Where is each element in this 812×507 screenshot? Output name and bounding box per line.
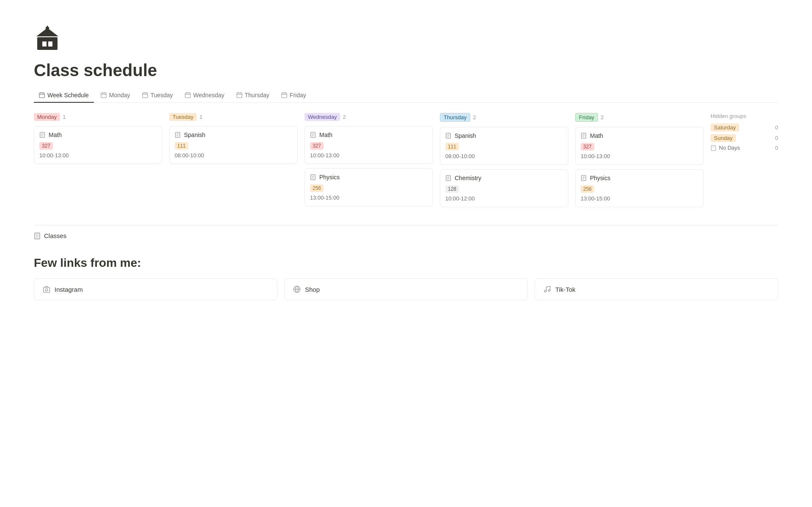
svg-marker-5 [46,25,49,27]
room-badge-thursday-chemistry: 128 [445,185,459,193]
no-days-count: 0 [775,145,778,151]
room-badge-wednesday-physics: 256 [310,184,324,192]
day-count-monday: 1 [63,114,66,120]
class-card-friday-physics[interactable]: Physics 256 13:00-15:00 [575,169,704,207]
day-count-thursday: 2 [473,114,476,121]
class-name-friday-physics: Physics [581,175,698,181]
tab-friday-label: Friday [290,92,306,99]
tab-wednesday-label: Wednesday [193,92,225,99]
room-badge-wednesday-math: 327 [310,142,324,150]
class-time-friday-math: 10:00-13:00 [581,153,698,159]
tab-wednesday[interactable]: Wednesday [180,88,230,103]
links-section: Few links from me: Instagram Shop [34,256,778,300]
tabs-bar: Week Schedule Monday Tuesday Wednesday T… [34,88,778,103]
class-card-wednesday-physics[interactable]: Physics 256 13:00-15:00 [304,168,433,206]
day-column-friday: Friday 2 Math 327 10:00-13:00 Physics 25… [575,113,704,211]
school-icon [34,25,778,61]
no-days-item: No Days 0 [710,145,778,151]
hidden-badge-sunday: Sunday [710,134,736,142]
day-header-thursday: Thursday 2 [440,113,568,122]
room-badge-thursday-spanish: 111 [445,143,459,151]
link-shop[interactable]: Shop [284,278,528,300]
class-time-thursday-spanish: 08:00-10:00 [445,153,563,159]
svg-rect-14 [143,93,148,98]
tab-friday[interactable]: Friday [276,88,311,103]
class-card-tuesday-spanish[interactable]: Spanish 111 08:00-10:00 [169,126,298,164]
hidden-count-saturday: 0 [775,124,778,131]
schedule-grid: Monday 1 Math 327 10:00-13:00 Tuesday 1 … [34,113,778,211]
tab-thursday[interactable]: Thursday [231,88,274,103]
room-badge-friday-math: 327 [581,143,594,151]
day-badge-thursday: Thursday [440,113,470,122]
links-title: Few links from me: [34,256,778,270]
class-name-wednesday-physics: Physics [310,174,428,181]
link-shop-label: Shop [305,286,320,293]
day-header-wednesday: Wednesday 2 [304,113,433,121]
classes-label: Classes [44,232,66,239]
tab-tuesday[interactable]: Tuesday [137,88,178,103]
link-tiktok-label: Tik-Tok [555,286,576,293]
svg-rect-68 [44,288,50,293]
room-badge-monday-math: 327 [39,142,53,150]
day-count-wednesday: 2 [343,114,346,120]
tab-week-schedule[interactable]: Week Schedule [34,88,94,103]
svg-rect-4 [46,27,49,30]
class-name-thursday-spanish: Spanish [445,132,563,139]
svg-rect-6 [39,93,44,98]
hidden-count-sunday: 0 [775,135,778,141]
tab-monday-label: Monday [109,92,130,99]
svg-point-69 [45,289,48,291]
svg-rect-10 [101,93,106,98]
room-badge-tuesday-spanish: 111 [175,142,188,150]
day-column-monday: Monday 1 Math 327 10:00-13:00 [34,113,162,168]
day-column-wednesday: Wednesday 2 Math 327 10:00-13:00 Physics… [304,113,433,211]
link-instagram-label: Instagram [55,286,83,293]
class-card-thursday-chemistry[interactable]: Chemistry 128 10:00-12:00 [440,169,568,207]
tab-monday[interactable]: Monday [96,88,135,103]
class-name-friday-math: Math [581,132,698,139]
hidden-groups-title: Hidden groups [710,113,778,119]
class-card-wednesday-math[interactable]: Math 327 10:00-13:00 [304,126,433,164]
day-badge-monday: Monday [34,113,60,121]
svg-rect-2 [48,41,52,47]
class-name-tuesday-spanish: Spanish [175,132,292,138]
class-card-friday-math[interactable]: Math 327 10:00-13:00 [575,127,704,165]
no-days-label: No Days [719,145,740,151]
class-card-thursday-spanish[interactable]: Spanish 111 08:00-10:00 [440,127,568,165]
svg-rect-0 [37,37,58,50]
day-count-tuesday: 1 [199,114,202,120]
class-time-thursday-chemistry: 10:00-12:00 [445,195,563,202]
link-instagram[interactable]: Instagram [34,278,277,300]
classes-section: Classes [34,225,778,239]
links-grid: Instagram Shop Tik-Tok [34,278,778,300]
classes-toggle[interactable]: Classes [34,232,778,239]
page-title: Class schedule [34,61,778,80]
link-tiktok[interactable]: Tik-Tok [535,278,778,300]
svg-rect-62 [711,145,716,150]
globe-icon [293,285,301,293]
class-time-monday-math: 10:00-13:00 [39,152,157,159]
class-name-monday-math: Math [39,132,157,138]
hidden-groups-panel: Hidden groups Saturday 0 Sunday 0 No Day… [710,113,778,151]
hidden-group-saturday[interactable]: Saturday 0 [710,123,778,132]
svg-rect-22 [236,93,241,98]
tab-tuesday-label: Tuesday [151,92,173,99]
class-card-monday-math[interactable]: Math 327 10:00-13:00 [34,126,162,164]
day-header-tuesday: Tuesday 1 [169,113,298,121]
svg-rect-18 [185,93,190,98]
room-badge-friday-physics: 256 [581,185,594,193]
day-badge-tuesday: Tuesday [169,113,197,121]
hidden-group-sunday[interactable]: Sunday 0 [710,134,778,142]
svg-point-74 [548,290,550,292]
day-badge-friday: Friday [575,113,598,122]
class-time-friday-physics: 13:00-15:00 [581,195,698,202]
class-time-tuesday-spanish: 08:00-10:00 [175,152,292,159]
class-time-wednesday-math: 10:00-13:00 [310,152,428,159]
svg-point-73 [544,290,546,292]
day-column-tuesday: Tuesday 1 Spanish 111 08:00-10:00 [169,113,298,168]
class-name-thursday-chemistry: Chemistry [445,175,563,181]
tab-week-schedule-label: Week Schedule [47,92,89,99]
day-header-monday: Monday 1 [34,113,162,121]
day-header-friday: Friday 2 [575,113,704,122]
svg-rect-1 [42,41,47,47]
